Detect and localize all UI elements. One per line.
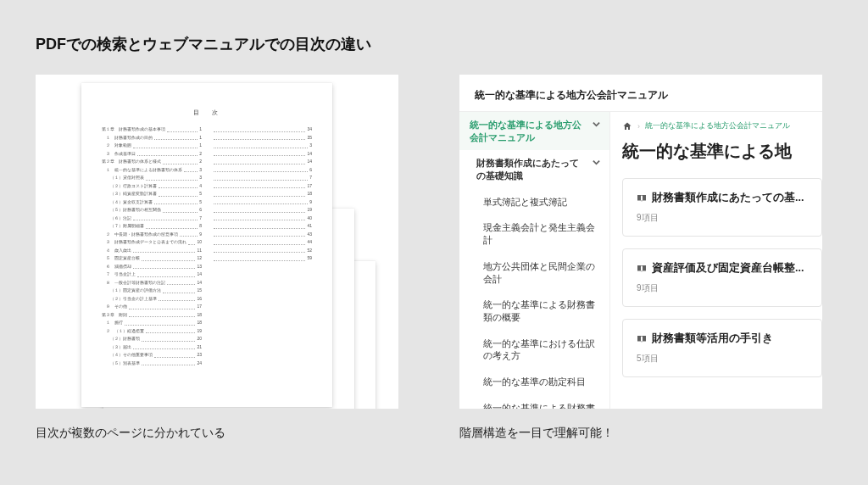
toc-row: ３ 作成基準日2 xyxy=(102,150,202,159)
toc-row: 40 xyxy=(212,215,312,223)
book-icon xyxy=(637,335,647,343)
sidebar-section-item[interactable]: 財務書類作成にあたっての基礎知識 xyxy=(459,150,609,188)
toc-row: ６ 減価償却13 xyxy=(102,263,202,271)
toc-row: 第１章 財務書類作成の基本事項1 xyxy=(102,125,202,134)
toc-row: ２ （１）経過措置19 xyxy=(102,327,202,336)
toc-row: １ 統一的な基準による財務書類の体系3 xyxy=(102,166,202,175)
toc-row: 52 xyxy=(212,247,312,255)
sidebar-item[interactable]: 統一的な基準による財務書類の概要 xyxy=(459,292,609,330)
sidebar-item[interactable]: 現金主義会計と発生主義会計 xyxy=(459,215,609,253)
card-title: 財務書類等活用の手引き xyxy=(637,332,808,346)
card-title: 資産評価及び固定資産台帳整... xyxy=(637,261,808,276)
toc-row: ７ 引当金計上14 xyxy=(102,270,202,279)
site-title: 統一的な基準による地方公会計マニュアル xyxy=(459,75,822,111)
toc-row: 18 xyxy=(212,190,312,198)
toc-row: 第３章 附則18 xyxy=(102,311,202,320)
toc-row: 6 xyxy=(212,166,312,175)
sidebar-item[interactable]: 統一的な基準による財務書類作成の流れ xyxy=(459,395,609,409)
page-title: 統一的な基準による地 xyxy=(622,140,822,163)
sidebar-root-label: 統一的な基準による地方公会計マニュアル xyxy=(470,119,587,143)
toc-row: 3 xyxy=(212,142,312,150)
sidebar-item[interactable]: 統一的な基準の勘定科目 xyxy=(459,369,609,395)
toc-row: ２ 対象範囲1 xyxy=(102,142,202,150)
sidebar-item[interactable]: 単式簿記と複式簿記 xyxy=(459,189,609,215)
toc-row: 第２章 財務書類の体系と様式2 xyxy=(102,158,202,166)
sidebar-root-item[interactable]: 統一的な基準による地方公会計マニュアル xyxy=(459,112,609,150)
toc-row: ５ 固定資産台帳12 xyxy=(102,254,202,263)
toc-row: ３ 財務書類作成データと公表までの流れ10 xyxy=(102,238,202,247)
home-icon[interactable] xyxy=(622,121,632,131)
toc-row: （２）行政コスト計算書4 xyxy=(102,182,202,191)
content-card[interactable]: 資産評価及び固定資産台帳整...9項目 xyxy=(622,248,822,307)
sidebar-item[interactable]: 地方公共団体と民間企業の会計 xyxy=(459,254,609,292)
pdf-stack-frame: 目 次 第１章 財務書類作成の基本事項1 １ 財務書類作成の目的1 ２ 対象範囲… xyxy=(36,75,398,409)
card-title: 財務書類作成にあたっての基... xyxy=(637,191,808,205)
breadcrumb-current[interactable]: 統一的な基準による地方公会計マニュアル xyxy=(645,120,790,131)
sidebar: 統一的な基準による地方公会計マニュアル 財務書類作成にあたっての基礎知識 単式簿… xyxy=(459,112,610,409)
toc-row: 7 xyxy=(212,174,312,182)
toc-row: １ 施行18 xyxy=(102,319,202,327)
toc-row: （２）引当金の計上基準16 xyxy=(102,295,202,304)
card-meta: 9項目 xyxy=(637,282,808,294)
page-heading: PDFでの検索とウェブマニュアルでの目次の違い xyxy=(36,34,832,54)
toc-row: 41 xyxy=(212,222,312,231)
toc-row: （３）届出21 xyxy=(102,343,202,352)
toc-row: （４）その他重要事項23 xyxy=(102,351,202,360)
content-card[interactable]: 財務書類作成にあたっての基...9項目 xyxy=(622,178,822,237)
web-caption: 階層構造を一目で理解可能！ xyxy=(459,426,822,441)
card-meta: 5項目 xyxy=(637,353,808,365)
toc-row: （５）財務書類の相互関係6 xyxy=(102,206,202,215)
toc-row: （５）別表基準24 xyxy=(102,360,202,368)
breadcrumb-separator: › xyxy=(637,122,640,131)
web-manual-panel: 統一的な基準による地方公会計マニュアル 統一的な基準による地方公会計マニュアル … xyxy=(459,75,822,441)
content-card[interactable]: 財務書類等活用の手引き5項目 xyxy=(622,319,822,377)
toc-row: （７）附属明細書8 xyxy=(102,222,202,231)
toc-row: 44 xyxy=(212,238,312,247)
main-content: › 統一的な基準による地方公会計マニュアル 統一的な基準による地 財務書類作成に… xyxy=(610,112,822,409)
sidebar-item[interactable]: 統一的な基準における仕訳の考え方 xyxy=(459,331,609,369)
toc-row: ４ 歳入歳出11 xyxy=(102,247,202,255)
panels: 目 次 第１章 財務書類作成の基本事項1 １ 財務書類作成の目的1 ２ 対象範囲… xyxy=(36,75,832,441)
toc-column-right: 343531414671718919404143445259 xyxy=(212,125,312,367)
toc-row: （６）注記7 xyxy=(102,215,202,223)
toc-row: ９ その他17 xyxy=(102,303,202,311)
breadcrumb: › 統一的な基準による地方公会計マニュアル xyxy=(622,120,822,131)
toc-row: ２ 中長期・財務書類作成の留意事項9 xyxy=(102,231,202,239)
toc-row: 43 xyxy=(212,231,312,239)
book-icon xyxy=(637,194,647,203)
toc-row: ８ 一般会計等財務書類の注記14 xyxy=(102,279,202,287)
toc-row: （３）純資産変動計算書5 xyxy=(102,190,202,198)
pdf-panel: 目 次 第１章 財務書類作成の基本事項1 １ 財務書類作成の目的1 ２ 対象範囲… xyxy=(36,75,398,441)
toc-row: 17 xyxy=(212,182,312,191)
chevron-down-icon xyxy=(591,119,601,129)
toc-row: （１）貸借対照表3 xyxy=(102,174,202,182)
web-manual-frame: 統一的な基準による地方公会計マニュアル 統一的な基準による地方公会計マニュアル … xyxy=(459,75,822,409)
sidebar-section-label: 財務書類作成にあたっての基礎知識 xyxy=(476,157,587,181)
toc-row: （２）財務書類20 xyxy=(102,335,202,343)
toc-heading: 目 次 xyxy=(102,109,312,117)
pdf-page-1-toc: 目 次 第１章 財務書類作成の基本事項1 １ 財務書類作成の目的1 ２ 対象範囲… xyxy=(81,83,332,407)
pdf-caption: 目次が複数のページに分かれている xyxy=(36,426,398,441)
toc-row: 14 xyxy=(212,150,312,159)
toc-row: 14 xyxy=(212,158,312,166)
toc-row: 34 xyxy=(212,125,312,134)
chevron-down-icon xyxy=(591,157,601,167)
toc-row: 9 xyxy=(212,198,312,207)
toc-row: （４）資金収支計算書5 xyxy=(102,198,202,207)
toc-row: 59 xyxy=(212,254,312,263)
toc-row: （１）固定資産の評価方法15 xyxy=(102,287,202,295)
card-meta: 9項目 xyxy=(637,212,808,224)
toc-row: １ 財務書類作成の目的1 xyxy=(102,134,202,142)
book-icon xyxy=(637,265,647,273)
toc-row: 19 xyxy=(212,206,312,215)
toc-row: 35 xyxy=(212,134,312,142)
toc-column-left: 第１章 財務書類作成の基本事項1 １ 財務書類作成の目的1 ２ 対象範囲1 ３ … xyxy=(102,125,202,367)
